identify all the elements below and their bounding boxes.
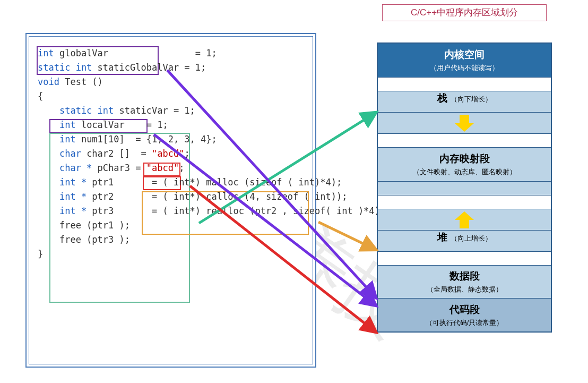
code-line: static int staticGlobalVar = 1;	[38, 61, 304, 75]
arrow-down-icon	[455, 115, 474, 132]
mem-stack: 栈 （向下增长）	[378, 91, 551, 113]
mem-mmap-sub: （文件映射、动态库、匿名映射）	[413, 168, 516, 177]
code-line: {	[38, 89, 304, 104]
mem-stack-arrow	[378, 113, 551, 134]
code-line: }	[38, 247, 304, 261]
code-line: static int staticVar = 1;	[38, 104, 304, 118]
memory-map: 内核空间 （用户代码不能读写） 栈 （向下增长） 内存映射段 （文件映射、动态库…	[377, 42, 552, 333]
mem-stack-title: 栈	[437, 91, 447, 105]
mem-mmap-title: 内存映射段	[439, 152, 490, 166]
mem-data-title: 数据段	[449, 269, 480, 283]
code-line: int num1[10] = {1, 2, 3, 4};	[38, 132, 304, 147]
mem-data: 数据段 （全局数据、静态数据）	[378, 266, 551, 299]
mem-gap	[378, 252, 551, 266]
mem-heap-arrow	[378, 209, 551, 231]
code-line: int * ptr1 = ( int*) malloc (sizeof ( in…	[38, 175, 304, 190]
code-line: int * ptr3 = ( int*) realloc (ptr2 , siz…	[38, 204, 304, 218]
mem-code: 代码段 （可执行代码/只读常量）	[378, 299, 551, 331]
arrow-alloc-to-heap	[318, 222, 376, 250]
code-panel-inner: int globalVar = 1; static int staticGlob…	[29, 36, 313, 364]
mem-kernel: 内核空间 （用户代码不能读写）	[378, 44, 551, 78]
mem-gap	[378, 134, 551, 148]
mem-kernel-sub: （用户代码不能读写）	[430, 64, 499, 73]
mem-stack-sub: （向下增长）	[451, 95, 492, 104]
mem-gap	[378, 182, 551, 195]
code-line: free (ptr1 );	[38, 218, 304, 233]
mem-heap-sub: （向上增长）	[451, 234, 492, 243]
mem-heap-title: 堆	[437, 231, 447, 244]
code-line: int globalVar = 1;	[38, 46, 304, 61]
mem-code-title: 代码段	[449, 303, 480, 317]
code-panel: int globalVar = 1; static int staticGlob…	[25, 33, 316, 368]
mem-code-sub: （可执行代码/只读常量）	[426, 319, 503, 328]
arrow-up-icon	[455, 211, 474, 228]
code-line: char char2 [] = "abcd";	[38, 147, 304, 161]
code-line: void Test ()	[38, 75, 304, 89]
mem-gap	[378, 78, 551, 91]
mem-gap	[378, 195, 551, 209]
diagram-title: C/C++中程序内存区域划分	[382, 4, 547, 21]
code-line: char * pChar3 = "abcd";	[38, 161, 304, 175]
mem-kernel-title: 内核空间	[444, 48, 485, 62]
mem-data-sub: （全局数据、静态数据）	[427, 285, 503, 294]
code-line: int localVar = 1;	[38, 118, 304, 132]
code-line: int * ptr2 = ( int*) calloc (4, sizeof (…	[38, 190, 304, 204]
mem-heap: 堆 （向上增长）	[378, 231, 551, 252]
mem-mmap: 内存映射段 （文件映射、动态库、匿名映射）	[378, 148, 551, 182]
code-line: free (ptr3 );	[38, 233, 304, 247]
